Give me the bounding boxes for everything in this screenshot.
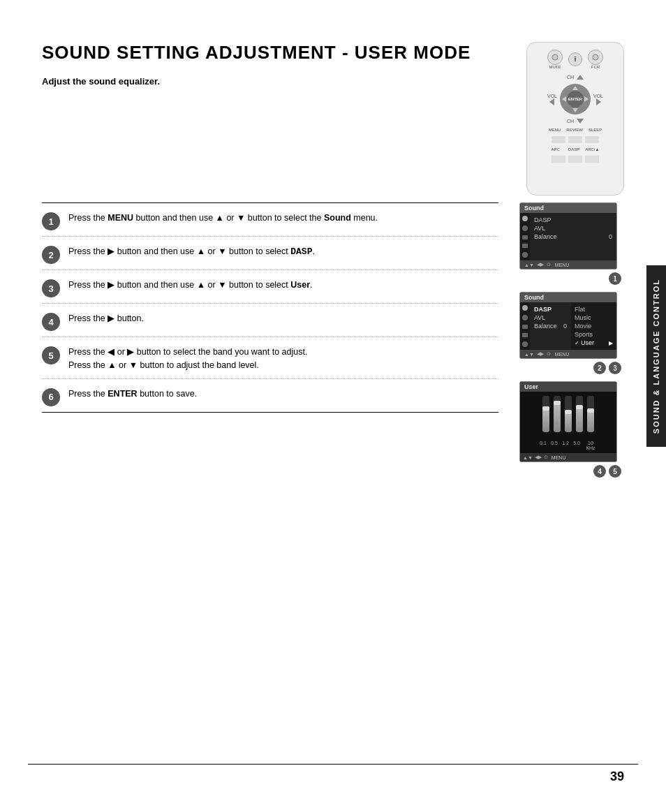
screenshot2-bottom: ▲▼ ◀▶ ⊙ MENU (520, 350, 616, 358)
s2-arrow: ▶ (609, 340, 613, 346)
screenshot3-bottom: ▲▼ ◀▶ ⊙ MENU (520, 453, 616, 462)
enter-button[interactable]: ENTER (560, 84, 591, 115)
vol-up-arrow[interactable] (596, 98, 601, 105)
badge-5: 5 (609, 465, 621, 478)
menu-button[interactable] (552, 136, 565, 143)
s2-music: Music (575, 313, 613, 322)
svg-point-0 (552, 54, 558, 60)
eq-bar-4 (576, 396, 583, 438)
eq-label-4: 5.0 (573, 441, 580, 450)
mute-button[interactable] (547, 50, 563, 65)
s2-dasp: DASP (534, 306, 552, 313)
side-tab-label: SOUND & LANGUAGE CONTROL (652, 279, 660, 434)
eq-label-1: 0.1 (540, 441, 547, 450)
page-number: 39 (610, 769, 624, 784)
s2-balance: Balance (534, 323, 557, 330)
s2-user: ✓ User ▶ (575, 339, 613, 347)
apc-button[interactable] (552, 156, 565, 163)
arc-button[interactable] (585, 156, 599, 163)
s2-icon-2 (522, 315, 528, 320)
eq-bars (542, 396, 594, 438)
sleep-label: SLEEP (589, 128, 602, 132)
ch-down-arrow[interactable] (577, 119, 584, 124)
page-number-line (28, 764, 638, 765)
step-6-row: 6 Press the ENTER button to save. (42, 379, 498, 413)
step-5-number: 5 (42, 346, 60, 364)
mute-label: MUTE (549, 65, 561, 69)
sleep-button[interactable] (585, 136, 599, 143)
vol-right-label: VOL (593, 94, 603, 98)
s2-checkmark: ✓ (575, 340, 579, 346)
badge-row-1: 1 (512, 272, 621, 285)
review-label: REVIEW (566, 128, 583, 132)
s2-icon-4 (522, 333, 528, 337)
screenshot1-icons (520, 213, 530, 260)
screenshot2-icons (520, 302, 530, 350)
subtitle: Adjust the sound equalizer. (42, 76, 512, 87)
screenshot1-bottom: ▲▼ ◀▶ ⊙ MENU (520, 260, 616, 269)
remote-control: MUTE i FCR CH (526, 42, 624, 195)
apc-label: APC (552, 147, 560, 152)
eq-label-3: 1.2 (562, 441, 569, 450)
step-4-row: 4 Press the ▶ button. (42, 304, 498, 337)
steps-section: 1 Press the MENU button and then use ▲ o… (42, 202, 498, 478)
icon-1 (522, 216, 528, 221)
badge-3: 3 (609, 362, 621, 374)
screenshot3-eq: User (519, 381, 617, 462)
vol-left-label: VOL (547, 94, 557, 98)
screenshot1-body: DASP AVL Balance 0 (530, 213, 616, 260)
badge-1: 1 (609, 272, 621, 285)
step-3-row: 3 Press the ▶ button and then use ▲ or ▼… (42, 270, 498, 304)
eq-labels: 0.1 0.5 1.2 5.0 10 KHz (540, 441, 597, 450)
step-1-row: 1 Press the MENU button and then use ▲ o… (42, 203, 498, 237)
screenshot1: Sound DASP (519, 202, 617, 270)
step-5-text: Press the ◀ or ▶ button to select the ba… (68, 346, 498, 373)
ch-up-arrow[interactable] (577, 75, 584, 80)
eq-body: 0.1 0.5 1.2 5.0 10 KHz (520, 392, 616, 453)
ss3-menu-label: MENU (552, 455, 566, 460)
dasp-label-remote: DASP (568, 147, 579, 152)
vol-down-arrow[interactable] (549, 98, 554, 105)
step-2-row: 2 Press the ▶ button and then use ▲ or ▼… (42, 237, 498, 270)
arc-label: ARC/▲ (585, 147, 599, 152)
fcr-label: FCR (591, 65, 600, 69)
fcr-button[interactable] (588, 50, 603, 65)
step-5-row: 5 Press the ◀ or ▶ button to select the … (42, 337, 498, 379)
ss1-dasp: DASP (534, 216, 552, 223)
step-4-number: 4 (42, 313, 60, 331)
screenshot1-title: Sound (520, 203, 616, 213)
screenshot2-submenu: Flat Music Movie Sports ✓ User ▶ (571, 302, 616, 350)
review-button[interactable] (568, 136, 582, 143)
screenshot3-title: User (520, 382, 616, 392)
eq-bar-3 (565, 396, 572, 438)
ss1-row-avl: AVL (534, 224, 612, 232)
step-3-number: 3 (42, 279, 60, 297)
s2-flat: Flat (575, 305, 613, 313)
step-1-number: 1 (42, 212, 60, 230)
badge-2: 2 (593, 362, 606, 374)
icon-4 (522, 244, 528, 248)
screenshot2-section: Sound DASP (512, 292, 624, 374)
s2-sports: Sports (575, 330, 613, 339)
ss1-balance: Balance (534, 233, 557, 240)
step-2-text: Press the ▶ button and then use ▲ or ▼ b… (68, 245, 498, 259)
s2-movie: Movie (575, 322, 613, 330)
screenshots-column: Sound DASP (512, 202, 624, 478)
eq-bar-2 (554, 396, 561, 438)
ss1-row-dasp: DASP (534, 216, 612, 224)
eq-label-2: 0.5 (551, 441, 558, 450)
step-1-text: Press the MENU button and then use ▲ or … (68, 212, 498, 225)
side-tab: SOUND & LANGUAGE CONTROL (646, 265, 666, 447)
icon-5 (522, 252, 528, 258)
step-6-number: 6 (42, 388, 60, 406)
s2-row-dasp: DASP (534, 305, 567, 313)
eq-bar-1 (542, 396, 549, 438)
info-button[interactable]: i (568, 52, 582, 66)
screenshot3-section: User (512, 381, 624, 478)
page-title: SOUND SETTING ADJUSTMENT - USER MODE (42, 42, 512, 64)
screenshot2-title: Sound (520, 293, 616, 302)
eq-label-5: 10 KHz (584, 441, 597, 450)
ss1-menu-label: MENU (555, 263, 570, 267)
dasp-button[interactable] (568, 156, 582, 163)
s2-row-balance: Balance 0 (534, 322, 567, 330)
